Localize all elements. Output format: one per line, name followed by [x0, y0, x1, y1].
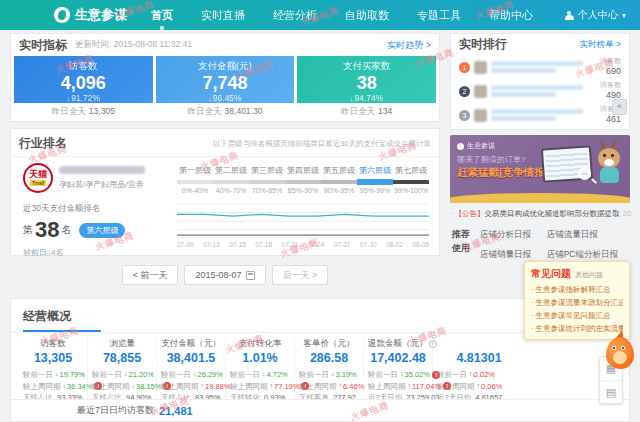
- realtime-cards: 访客数 4,096 ↓91.72% 昨日全天13,305 支付金额(元) 7,7…: [11, 56, 439, 120]
- nav-menu: 首页 实时直播 经营分析 自助取数 专题工具 帮助中心: [151, 8, 533, 23]
- overview-col-conversion[interactable]: 支付转化率 1.01% 较前一日↓4.72% 较上周同期↑77.19%! 无线转…: [226, 338, 295, 404]
- realtime-title: 实时指标: [19, 37, 67, 54]
- banner-logo-icon: [457, 143, 464, 150]
- report-link[interactable]: 店铺销量日报: [480, 249, 547, 261]
- nav-item-data[interactable]: 自助取数: [345, 8, 389, 23]
- recommend-block: 推荐使用 店铺分析日报 店铺流量日报 店铺销量日报 店铺PC端分析日报: [452, 228, 630, 261]
- industry-rank-panel: 行业排名 以下层级与排名根据天猫前端类目最近30天的支付宝成交金额计算 天猫 T…: [10, 128, 440, 256]
- assistant-mascot[interactable]: [604, 332, 638, 374]
- user-label: 个人中心: [578, 8, 618, 22]
- tmall-logo: 天猫 Tmall: [23, 163, 53, 193]
- nav-item-tools[interactable]: 专题工具: [417, 8, 461, 23]
- deer-mascot: [592, 141, 628, 197]
- prev-day-button[interactable]: < 前一天: [122, 265, 179, 285]
- report-link[interactable]: 店铺流量日报: [547, 229, 630, 241]
- app-logo-icon: [54, 7, 70, 23]
- realtime-more-link[interactable]: 实时趋势 >: [387, 39, 431, 52]
- announcement[interactable]: ·【公告】交易类目构成优化频道影响部分数据提取2015-07-22: [450, 209, 632, 219]
- overview-footer: 最近7日日均访客数 21,481: [11, 399, 629, 421]
- level-tab[interactable]: 第七层级: [393, 165, 429, 176]
- faq-popup: 常见问题 其他问题 生意参谋指标解释汇总 生意参谋流量来源划分汇总 生意参谋常见…: [524, 261, 630, 340]
- item-thumbnail: [474, 85, 487, 98]
- level-tab[interactable]: 第四层级: [285, 165, 321, 176]
- magnifier-icon: [578, 167, 591, 180]
- metric-card-payment[interactable]: 支付金额(元) 7,748 ↓96.45% 昨日全天38,401.30: [156, 56, 295, 120]
- level-tab[interactable]: 第二层级: [213, 165, 249, 176]
- date-picker[interactable]: 2015-08-07: [184, 265, 265, 285]
- yesterday-value: 13,305: [89, 106, 115, 116]
- nav-item-live[interactable]: 实时直播: [201, 8, 245, 23]
- overview-col-pageviews[interactable]: 浏览量 78,855 较前一日↓21.20% 较上周同期↓38.15%! 无线占…: [88, 338, 157, 404]
- overview-col-rating[interactable]: 4.81301 较前一日↑0.02% 较上周同期↑0.06% 近7天日均4.81…: [433, 338, 525, 404]
- faq-link[interactable]: 生意参谋常见问题汇总: [531, 309, 623, 322]
- faq-link[interactable]: 生意参谋流量来源划分汇总: [531, 296, 623, 309]
- level-range: 40%-70%: [213, 187, 249, 194]
- level-tab[interactable]: 第一层级: [177, 165, 213, 176]
- metric-value: 4,096: [14, 73, 153, 93]
- overview-col-refund[interactable]: 退款金额（元）? 17,402.48 较前一日↓35.02%! 较上周同期↑11…: [364, 338, 433, 404]
- report-link[interactable]: 店铺分析日报: [480, 229, 547, 241]
- nav-item-analysis[interactable]: 经营分析: [273, 8, 317, 23]
- down-icon: ↓: [67, 95, 71, 102]
- level-tab[interactable]: 第五层级: [321, 165, 357, 176]
- collapse-tab[interactable]: «: [612, 99, 627, 115]
- rank-list-item[interactable]: 3 访客数461: [451, 103, 629, 127]
- level-range: 90%-95%: [321, 187, 357, 194]
- yesterday-label: 昨日全天: [341, 106, 375, 116]
- level-badge[interactable]: 第六层级: [79, 223, 125, 238]
- up-icon: ↑: [339, 381, 343, 392]
- metric-pct: 91.72%: [71, 93, 100, 103]
- metric-card-buyers[interactable]: 支付买家数 38 ↓94.74% 昨日全天134: [297, 56, 436, 120]
- nav-item-home[interactable]: 首页: [151, 8, 173, 23]
- overview-col-payment[interactable]: 支付金额（元） 38,401.5 较前一日↓26.29% 较上周同期↑19.88…: [157, 338, 226, 404]
- level-range: 95%-99%: [357, 187, 393, 194]
- industry-rank-block: 近30天支付金额排名 第 38 名 第六层级 较前日↓4名: [23, 203, 173, 258]
- banner-brand: 生意参谋: [467, 141, 495, 151]
- item-thumbnail: [474, 61, 487, 74]
- live-rank-panel: 实时排行 实时榜单 > 1 访客数690 2 访客数490 3 访客数461: [450, 33, 630, 130]
- level-tab-active[interactable]: 第六层级: [357, 165, 393, 176]
- up-icon: ↑: [477, 381, 481, 392]
- level-progress-bar: [177, 180, 429, 184]
- recommend-label: 推荐使用: [452, 228, 472, 261]
- report-link[interactable]: 店铺PC端分析日报: [547, 249, 630, 261]
- promo-banner[interactable]: 生意参谋 哪来了翻倍的订单? 赶紧猛戳[竞争情报]: [450, 135, 630, 203]
- next-day-button[interactable]: 后一天 >: [272, 265, 329, 285]
- realtime-panel: 实时指标 更新时间: 2015-08-08 11:32:41 实时趋势 > 访客…: [10, 33, 440, 122]
- feedback-icon[interactable]: ▤: [600, 380, 622, 403]
- metric-label: 访客数: [14, 60, 153, 73]
- announcement-tag: 【公告】: [455, 209, 485, 218]
- live-rank-link[interactable]: 实时榜单 >: [580, 39, 621, 51]
- rank-3-badge: 3: [459, 110, 470, 121]
- up-icon: ↑: [408, 381, 412, 392]
- user-menu[interactable]: 个人中心 ▾: [565, 8, 626, 22]
- rank-delta: 较前日↓4名: [23, 247, 173, 258]
- level-range: 99%-100%: [393, 187, 429, 194]
- rank-prefix: 第: [23, 223, 33, 237]
- level-range: 0%-40%: [177, 187, 213, 194]
- level-range: 70%-85%: [249, 187, 285, 194]
- banner-line1: 哪来了翻倍的订单?: [457, 154, 525, 165]
- up-icon: ↑: [469, 369, 473, 380]
- overview-col-visitors[interactable]: 访客数 13,305 较前一日↓19.79% 较上周同期↓36.34%! 无线占…: [19, 338, 88, 404]
- banner-line2: 赶紧猛戳[竞争情报]: [457, 166, 548, 180]
- rank-number: 38: [35, 219, 59, 241]
- realtime-header: 实时指标 更新时间: 2015-08-08 11:32:41 实时趋势 >: [11, 34, 439, 56]
- rank-list-item[interactable]: 2 访客数490: [451, 79, 629, 103]
- level-tab[interactable]: 第三层级: [249, 165, 285, 176]
- rank-label: 近30天支付金额排名: [23, 203, 173, 215]
- faq-link[interactable]: 生意参谋指标解释汇总: [531, 283, 623, 296]
- announcement-date: 2015-07-22: [623, 209, 633, 218]
- live-rank-title: 实时排行: [459, 36, 507, 53]
- overview-col-avg-order[interactable]: 客单价（元） 286.58 较前一日↓3.19% 较上周同期↑6.46% 无线客…: [295, 338, 364, 404]
- realtime-updated: 更新时间: 2015-08-08 11:32:41: [75, 39, 192, 51]
- down-icon: ↓: [400, 369, 404, 380]
- down-icon: ↓: [63, 381, 67, 392]
- faq-subtitle[interactable]: 其他问题: [575, 270, 603, 280]
- metric-card-visitors[interactable]: 访客数 4,096 ↓91.72% 昨日全天13,305: [14, 56, 153, 120]
- blurred-item-title: [491, 85, 596, 97]
- nav-item-help[interactable]: 帮助中心: [489, 8, 533, 23]
- rank-list-item[interactable]: 1 访客数690: [451, 55, 629, 79]
- down-icon: ↓: [208, 95, 212, 102]
- footer-value: 21,481: [159, 405, 193, 417]
